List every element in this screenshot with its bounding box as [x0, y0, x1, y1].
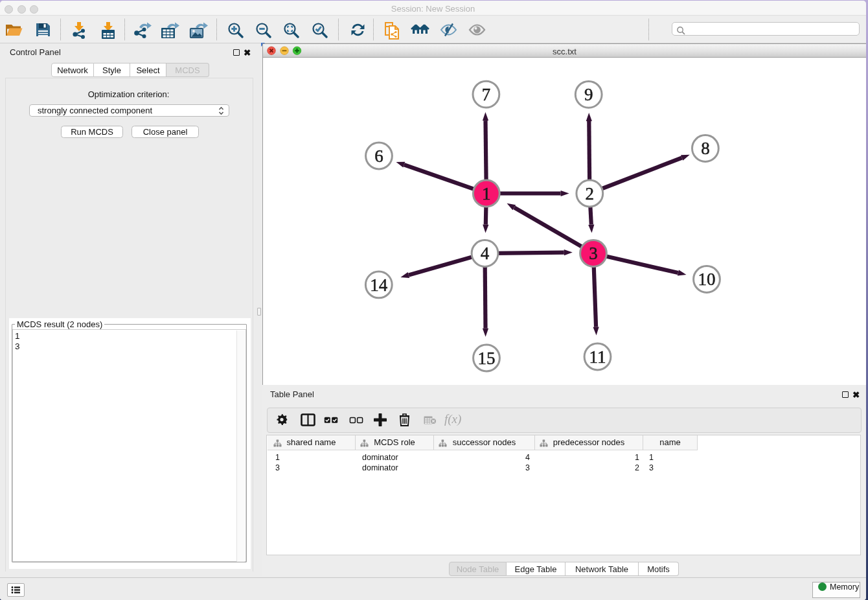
svg-text:2: 2 [586, 184, 595, 203]
svg-text:6: 6 [374, 146, 383, 166]
svg-text:14: 14 [370, 275, 388, 295]
svg-text:1: 1 [482, 184, 491, 203]
svg-text:15: 15 [478, 349, 496, 368]
svg-text:11: 11 [589, 347, 606, 367]
svg-text:10: 10 [698, 270, 716, 289]
svg-text:4: 4 [481, 244, 490, 263]
svg-text:3: 3 [589, 244, 598, 263]
svg-text:9: 9 [584, 85, 593, 104]
svg-text:8: 8 [701, 139, 710, 158]
svg-text:7: 7 [482, 85, 491, 104]
